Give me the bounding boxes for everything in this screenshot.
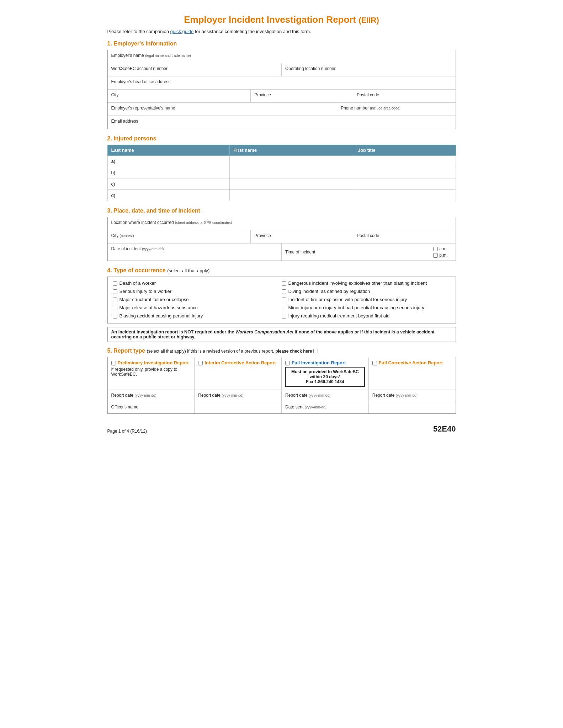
occurrence-checkbox[interactable] — [282, 306, 286, 310]
checkbox-col-left: Death of a workerSerious injury to a wor… — [113, 280, 282, 320]
job-title-cell — [354, 178, 456, 190]
first-name-cell — [230, 156, 354, 167]
city-cell: City — [108, 90, 251, 102]
report-officer-cell-1 — [195, 402, 282, 413]
rep-phone-row: Employer's representative's name Phone n… — [108, 103, 456, 116]
am-checkbox[interactable] — [433, 247, 438, 251]
email-cell: Email address — [108, 116, 456, 129]
table-row: d) — [107, 190, 456, 201]
pm-label: p.m. — [439, 253, 447, 258]
quick-guide-link[interactable]: quick guide — [170, 29, 194, 34]
incident-city-row: City (nearest) Province Postal code — [108, 230, 456, 243]
last-name-cell: d) — [107, 190, 230, 201]
account-row: WorkSafeBC account number Operating loca… — [108, 63, 456, 76]
city-province-row: City Province Postal code — [108, 90, 456, 103]
worksafe-account-label: WorkSafeBC account number — [111, 66, 278, 71]
postal-code-label: Postal code — [357, 92, 452, 97]
first-name-cell — [230, 178, 354, 190]
postal-code-cell: Postal code — [353, 90, 455, 102]
incident-province-cell: Province — [251, 230, 353, 243]
report-date-cell-3: Report date (yyyy-mm-dd) — [369, 390, 456, 402]
pm-checkbox[interactable] — [433, 253, 438, 258]
occurrence-checkbox[interactable] — [113, 306, 117, 310]
occurrence-checkbox[interactable] — [113, 281, 117, 286]
injured-table-header: Last name First name Job title — [107, 145, 456, 156]
occurrence-checkbox[interactable] — [282, 289, 286, 294]
occurrence-item: Minor injury or no injury but had potent… — [282, 305, 451, 310]
first-name-cell — [230, 190, 354, 201]
time-cell: Time of incident a.m. p.m. — [282, 243, 456, 261]
occurrence-item: Dangerous incident involving explosives … — [282, 280, 451, 286]
email-row: Email address — [108, 116, 456, 129]
date-time-row: Date of incident (yyyy-mm-dd) Time of in… — [108, 243, 456, 261]
report-type-cell-2: Full Investigation ReportMust be provide… — [282, 357, 369, 390]
job-title-cell — [354, 190, 456, 201]
date-label: Date of incident (yyyy-mm-dd) — [111, 246, 278, 251]
section1-box: Employer's name (legal name and trade na… — [107, 50, 456, 129]
report-type-checkbox-2[interactable] — [285, 361, 290, 365]
occurrence-checkbox[interactable] — [113, 314, 117, 318]
last-name-cell: c) — [107, 178, 230, 190]
report-type-cell-0: Preliminary Investigation ReportIf reque… — [108, 357, 195, 390]
pm-item: p.m. — [433, 253, 447, 258]
occurrence-checkbox[interactable] — [282, 281, 286, 286]
occurrence-item: Incident of fire or explosion with poten… — [282, 297, 451, 302]
head-office-cell: Employer's head office address — [108, 76, 456, 89]
worksafe-account-cell: WorkSafeBC account number — [108, 63, 282, 76]
table-row: b) — [107, 167, 456, 178]
last-name-cell: a) — [107, 156, 230, 167]
last-name-cell: b) — [107, 167, 230, 178]
incident-city-label: City (nearest) — [111, 233, 247, 238]
col-job-title: Job title — [354, 145, 456, 156]
rep-name-cell: Employer's representative's name — [108, 103, 338, 116]
report-type-header-row: Preliminary Investigation ReportIf reque… — [108, 357, 456, 390]
am-pm-block: a.m. p.m. — [433, 246, 452, 258]
head-office-row: Employer's head office address — [108, 76, 456, 90]
occurrence-item: Serious injury to a worker — [113, 289, 282, 294]
occurrence-item: Death of a worker — [113, 280, 282, 286]
job-title-cell — [354, 167, 456, 178]
injured-persons-table: Last name First name Job title a)b)c)d) — [107, 145, 456, 201]
report-date-row: Report date (yyyy-mm-dd)Report date (yyy… — [108, 390, 456, 402]
report-date-cell-2: Report date (yyyy-mm-dd) — [282, 390, 369, 402]
occurrence-item: Blasting accident causing personal injur… — [113, 313, 282, 318]
occurrence-warning: An incident investigation report is NOT … — [107, 327, 456, 342]
section1-title: 1. Employer's information — [107, 41, 456, 47]
col-first-name: First name — [230, 145, 354, 156]
email-label: Email address — [111, 119, 452, 124]
city-label: City — [111, 92, 247, 97]
report-type-checkbox-3[interactable] — [372, 361, 377, 365]
page-footer: Page 1 of 4 (R16/12) 52E40 — [107, 424, 456, 434]
head-office-label: Employer's head office address — [111, 79, 452, 84]
report-officer-cell-3 — [369, 402, 456, 413]
time-label: Time of incident — [285, 250, 315, 255]
table-row: c) — [107, 178, 456, 190]
report-officer-cell-0: Officer's name — [108, 402, 195, 413]
section5-title: 5. Report type (select all that apply) I… — [107, 348, 456, 354]
occurrence-checkbox[interactable] — [282, 314, 286, 318]
phone-label: Phone number (include area code) — [341, 106, 452, 111]
page-info: Page 1 of 4 (R16/12) — [107, 429, 147, 434]
revised-checkbox[interactable] — [313, 349, 318, 353]
occurrence-checkbox[interactable] — [113, 289, 117, 294]
occurrence-checkbox[interactable] — [282, 298, 286, 302]
report-type-cell-3: Full Corrective Action Report — [369, 357, 456, 390]
occurrence-checkboxes: Death of a workerSerious injury to a wor… — [107, 277, 456, 323]
report-type-checkbox-1[interactable] — [198, 361, 203, 365]
report-type-checkbox-0[interactable] — [111, 361, 116, 365]
incident-city-cell: City (nearest) — [108, 230, 251, 243]
page-title: Employer Incident Investigation Report (… — [107, 14, 456, 25]
employer-name-row: Employer's name (legal name and trade na… — [108, 50, 456, 63]
am-item: a.m. — [433, 246, 447, 251]
report-date-cell-0: Report date (yyyy-mm-dd) — [108, 390, 195, 402]
report-date-cell-1: Report date (yyyy-mm-dd) — [195, 390, 282, 402]
section2-title: 2. Injured persons — [107, 135, 456, 142]
incident-postal-cell: Postal code — [353, 230, 455, 243]
operating-location-cell: Operating location number — [282, 63, 456, 76]
operating-location-label: Operating location number — [285, 66, 452, 71]
location-label: Location where incident occurred (street… — [111, 220, 452, 225]
am-label: a.m. — [439, 246, 447, 251]
occurrence-checkbox[interactable] — [113, 298, 117, 302]
table-row: a) — [107, 156, 456, 167]
incident-province-label: Province — [254, 233, 349, 238]
